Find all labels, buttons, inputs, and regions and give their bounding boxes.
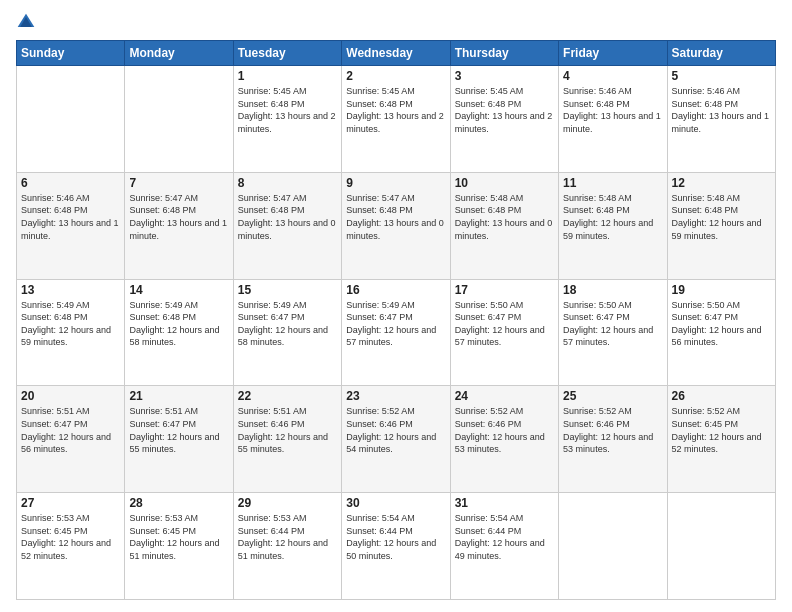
day-info: Sunrise: 5:49 AM Sunset: 6:48 PM Dayligh… [21, 299, 120, 349]
day-info: Sunrise: 5:52 AM Sunset: 6:46 PM Dayligh… [346, 405, 445, 455]
page: SundayMondayTuesdayWednesdayThursdayFrid… [0, 0, 792, 612]
day-number: 1 [238, 69, 337, 83]
day-number: 25 [563, 389, 662, 403]
day-number: 13 [21, 283, 120, 297]
calendar-cell [559, 493, 667, 600]
weekday-header-monday: Monday [125, 41, 233, 66]
calendar-cell: 10Sunrise: 5:48 AM Sunset: 6:48 PM Dayli… [450, 172, 558, 279]
calendar-cell [17, 66, 125, 173]
calendar-cell: 23Sunrise: 5:52 AM Sunset: 6:46 PM Dayli… [342, 386, 450, 493]
calendar-cell: 21Sunrise: 5:51 AM Sunset: 6:47 PM Dayli… [125, 386, 233, 493]
day-number: 29 [238, 496, 337, 510]
day-info: Sunrise: 5:47 AM Sunset: 6:48 PM Dayligh… [238, 192, 337, 242]
day-number: 4 [563, 69, 662, 83]
weekday-header-wednesday: Wednesday [342, 41, 450, 66]
day-info: Sunrise: 5:45 AM Sunset: 6:48 PM Dayligh… [455, 85, 554, 135]
day-info: Sunrise: 5:47 AM Sunset: 6:48 PM Dayligh… [129, 192, 228, 242]
calendar-cell: 26Sunrise: 5:52 AM Sunset: 6:45 PM Dayli… [667, 386, 775, 493]
weekday-header-saturday: Saturday [667, 41, 775, 66]
calendar-cell: 2Sunrise: 5:45 AM Sunset: 6:48 PM Daylig… [342, 66, 450, 173]
calendar-cell: 13Sunrise: 5:49 AM Sunset: 6:48 PM Dayli… [17, 279, 125, 386]
calendar-cell [125, 66, 233, 173]
calendar-cell: 20Sunrise: 5:51 AM Sunset: 6:47 PM Dayli… [17, 386, 125, 493]
day-info: Sunrise: 5:52 AM Sunset: 6:46 PM Dayligh… [563, 405, 662, 455]
calendar-cell: 18Sunrise: 5:50 AM Sunset: 6:47 PM Dayli… [559, 279, 667, 386]
calendar-cell: 29Sunrise: 5:53 AM Sunset: 6:44 PM Dayli… [233, 493, 341, 600]
day-info: Sunrise: 5:46 AM Sunset: 6:48 PM Dayligh… [21, 192, 120, 242]
day-number: 15 [238, 283, 337, 297]
day-number: 20 [21, 389, 120, 403]
day-number: 7 [129, 176, 228, 190]
weekday-header-thursday: Thursday [450, 41, 558, 66]
calendar-cell: 12Sunrise: 5:48 AM Sunset: 6:48 PM Dayli… [667, 172, 775, 279]
calendar-cell: 25Sunrise: 5:52 AM Sunset: 6:46 PM Dayli… [559, 386, 667, 493]
calendar-cell: 16Sunrise: 5:49 AM Sunset: 6:47 PM Dayli… [342, 279, 450, 386]
calendar-cell [667, 493, 775, 600]
day-number: 17 [455, 283, 554, 297]
day-number: 24 [455, 389, 554, 403]
day-number: 5 [672, 69, 771, 83]
day-info: Sunrise: 5:52 AM Sunset: 6:46 PM Dayligh… [455, 405, 554, 455]
calendar-cell: 5Sunrise: 5:46 AM Sunset: 6:48 PM Daylig… [667, 66, 775, 173]
day-number: 11 [563, 176, 662, 190]
day-number: 2 [346, 69, 445, 83]
day-number: 19 [672, 283, 771, 297]
day-info: Sunrise: 5:45 AM Sunset: 6:48 PM Dayligh… [346, 85, 445, 135]
day-number: 6 [21, 176, 120, 190]
day-number: 10 [455, 176, 554, 190]
header [16, 12, 776, 32]
day-number: 31 [455, 496, 554, 510]
day-number: 16 [346, 283, 445, 297]
day-info: Sunrise: 5:49 AM Sunset: 6:47 PM Dayligh… [346, 299, 445, 349]
calendar-cell: 8Sunrise: 5:47 AM Sunset: 6:48 PM Daylig… [233, 172, 341, 279]
day-info: Sunrise: 5:50 AM Sunset: 6:47 PM Dayligh… [672, 299, 771, 349]
calendar-cell: 31Sunrise: 5:54 AM Sunset: 6:44 PM Dayli… [450, 493, 558, 600]
day-number: 9 [346, 176, 445, 190]
day-info: Sunrise: 5:48 AM Sunset: 6:48 PM Dayligh… [672, 192, 771, 242]
day-info: Sunrise: 5:53 AM Sunset: 6:45 PM Dayligh… [129, 512, 228, 562]
day-info: Sunrise: 5:50 AM Sunset: 6:47 PM Dayligh… [455, 299, 554, 349]
logo-icon [16, 12, 36, 32]
calendar-cell: 27Sunrise: 5:53 AM Sunset: 6:45 PM Dayli… [17, 493, 125, 600]
calendar-cell: 7Sunrise: 5:47 AM Sunset: 6:48 PM Daylig… [125, 172, 233, 279]
day-info: Sunrise: 5:46 AM Sunset: 6:48 PM Dayligh… [672, 85, 771, 135]
logo [16, 12, 40, 32]
calendar-table: SundayMondayTuesdayWednesdayThursdayFrid… [16, 40, 776, 600]
calendar-cell: 6Sunrise: 5:46 AM Sunset: 6:48 PM Daylig… [17, 172, 125, 279]
day-info: Sunrise: 5:54 AM Sunset: 6:44 PM Dayligh… [346, 512, 445, 562]
day-info: Sunrise: 5:51 AM Sunset: 6:47 PM Dayligh… [21, 405, 120, 455]
day-number: 18 [563, 283, 662, 297]
day-info: Sunrise: 5:48 AM Sunset: 6:48 PM Dayligh… [563, 192, 662, 242]
calendar-week-row-4: 20Sunrise: 5:51 AM Sunset: 6:47 PM Dayli… [17, 386, 776, 493]
day-info: Sunrise: 5:51 AM Sunset: 6:46 PM Dayligh… [238, 405, 337, 455]
calendar-week-row-1: 1Sunrise: 5:45 AM Sunset: 6:48 PM Daylig… [17, 66, 776, 173]
calendar-cell: 3Sunrise: 5:45 AM Sunset: 6:48 PM Daylig… [450, 66, 558, 173]
calendar-cell: 30Sunrise: 5:54 AM Sunset: 6:44 PM Dayli… [342, 493, 450, 600]
weekday-header-friday: Friday [559, 41, 667, 66]
day-number: 12 [672, 176, 771, 190]
day-info: Sunrise: 5:53 AM Sunset: 6:44 PM Dayligh… [238, 512, 337, 562]
day-info: Sunrise: 5:49 AM Sunset: 6:47 PM Dayligh… [238, 299, 337, 349]
calendar-week-row-2: 6Sunrise: 5:46 AM Sunset: 6:48 PM Daylig… [17, 172, 776, 279]
calendar-week-row-5: 27Sunrise: 5:53 AM Sunset: 6:45 PM Dayli… [17, 493, 776, 600]
day-info: Sunrise: 5:45 AM Sunset: 6:48 PM Dayligh… [238, 85, 337, 135]
calendar-week-row-3: 13Sunrise: 5:49 AM Sunset: 6:48 PM Dayli… [17, 279, 776, 386]
calendar-cell: 19Sunrise: 5:50 AM Sunset: 6:47 PM Dayli… [667, 279, 775, 386]
day-number: 28 [129, 496, 228, 510]
day-number: 27 [21, 496, 120, 510]
weekday-header-sunday: Sunday [17, 41, 125, 66]
day-info: Sunrise: 5:47 AM Sunset: 6:48 PM Dayligh… [346, 192, 445, 242]
day-number: 8 [238, 176, 337, 190]
day-number: 30 [346, 496, 445, 510]
day-number: 14 [129, 283, 228, 297]
calendar-cell: 1Sunrise: 5:45 AM Sunset: 6:48 PM Daylig… [233, 66, 341, 173]
day-number: 3 [455, 69, 554, 83]
calendar-cell: 22Sunrise: 5:51 AM Sunset: 6:46 PM Dayli… [233, 386, 341, 493]
day-number: 26 [672, 389, 771, 403]
calendar-cell: 4Sunrise: 5:46 AM Sunset: 6:48 PM Daylig… [559, 66, 667, 173]
day-info: Sunrise: 5:51 AM Sunset: 6:47 PM Dayligh… [129, 405, 228, 455]
day-info: Sunrise: 5:46 AM Sunset: 6:48 PM Dayligh… [563, 85, 662, 135]
day-info: Sunrise: 5:52 AM Sunset: 6:45 PM Dayligh… [672, 405, 771, 455]
day-number: 21 [129, 389, 228, 403]
day-number: 23 [346, 389, 445, 403]
